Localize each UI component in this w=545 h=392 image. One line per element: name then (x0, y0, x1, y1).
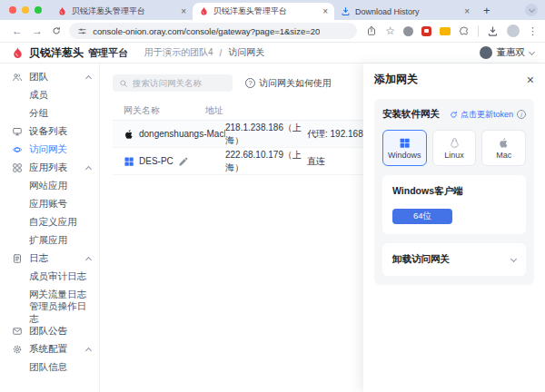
uninstall-accordion[interactable]: 卸载访问网关 (382, 243, 526, 276)
tab-close-icon[interactable]: × (181, 7, 186, 16)
sidebar-item[interactable]: 分组 (0, 104, 99, 122)
add-gateway-drawer: 添加网关 × 安装软件网关 点击更新token i Windows (363, 64, 545, 392)
forward-icon[interactable]: → (32, 25, 43, 36)
announce-icon (12, 326, 23, 337)
tab-close-icon[interactable]: × (322, 7, 328, 16)
sidebar-item[interactable]: 自定义应用 (0, 213, 99, 231)
chevron-up-icon (85, 165, 92, 172)
tab-title: Download History (355, 7, 461, 16)
sidebar-item[interactable]: 应用账号 (0, 195, 99, 213)
sidebar-item[interactable]: 扩展应用 (0, 231, 99, 250)
info-circle-icon[interactable]: i (517, 110, 526, 119)
os-option-label: Linux (444, 151, 464, 160)
client-download-card: Windows客户端 64位 (382, 175, 526, 234)
gateway-search[interactable] (113, 74, 233, 92)
platform-label: 管理平台 (88, 46, 128, 60)
sidebar-item[interactable]: 系统配置 (0, 340, 99, 358)
install-section-title: 安装软件网关 (382, 108, 440, 121)
sidebar-item[interactable]: 团队信息 (0, 358, 99, 377)
sidebar-item-label: 分组 (29, 107, 48, 120)
os-option[interactable]: Linux (432, 130, 477, 166)
back-icon[interactable]: ← (12, 25, 23, 36)
edit-pencil-icon[interactable] (178, 156, 189, 167)
gear-icon (12, 344, 23, 355)
extension-icon[interactable] (440, 27, 451, 35)
update-token-label: 点击更新token (461, 109, 513, 121)
screen: 贝锐洋葱头管理平台 × 贝锐洋葱头管理平台 × Download History… (0, 0, 545, 392)
url-text: console-onion.oray.com/console/gateway?p… (93, 26, 320, 36)
profile-avatar[interactable] (507, 24, 520, 37)
linux-icon (449, 137, 461, 149)
sidebar-item-label: 团队 (29, 71, 48, 83)
gateway-name-cell: DES-PC (124, 156, 225, 167)
os-option[interactable]: Windows (382, 130, 427, 166)
apps-icon (12, 162, 23, 173)
gateway-help-link[interactable]: ? 访问网关如何使用 (245, 77, 332, 90)
os-option[interactable]: Mac (481, 130, 526, 166)
sidebar-item[interactable]: 应用列表 (0, 159, 99, 177)
app-header: 贝锐洋葱头 管理平台 用于演示的团队4 / 访问网关 董惠双 (0, 42, 545, 64)
extension-icon[interactable] (421, 26, 431, 36)
browser-tab[interactable]: Download History × (334, 3, 476, 20)
downtray-icon (341, 6, 351, 16)
browser-tab[interactable]: 贝锐洋葱头管理平台 × (51, 3, 193, 20)
address-bar[interactable]: console-onion.oray.com/console/gateway?p… (69, 23, 357, 39)
sidebar-item-label: 团队公告 (29, 325, 67, 338)
tab-close-icon[interactable]: × (464, 7, 470, 16)
sidebar-item-label: 访问网关 (29, 143, 67, 156)
tab-title: 贝锐洋葱头管理平台 (213, 5, 319, 17)
drawer-header: 添加网关 × (374, 72, 534, 87)
log-icon (12, 253, 23, 264)
close-window-button[interactable] (9, 6, 16, 14)
reload-icon[interactable] (52, 25, 61, 36)
sidebar-item[interactable]: 管理员操作日志 (0, 304, 99, 322)
maximize-window-button[interactable] (35, 6, 42, 14)
sidebar-item-label: 成员审计日志 (29, 270, 86, 283)
sidebar-item-label: 应用列表 (29, 162, 67, 174)
browser-tab[interactable]: 贝锐洋葱头管理平台 × (193, 3, 334, 20)
column-header: 网关名称 (124, 104, 205, 117)
sidebar-item-label: 扩展应用 (29, 234, 67, 247)
downloads-icon[interactable] (487, 25, 499, 37)
apple-icon (124, 129, 134, 140)
user-name: 董惠双 (497, 46, 526, 59)
brand-name[interactable]: 贝锐洋葱头 (29, 45, 84, 61)
site-settings-icon[interactable] (77, 26, 87, 36)
sidebar-item[interactable]: 网站应用 (0, 177, 99, 195)
sidebar-item[interactable]: 团队 (0, 68, 99, 86)
app-body: 团队 成员 分组 设备列表 访问网关 (0, 64, 545, 392)
uninstall-title: 卸载访问网关 (392, 253, 450, 266)
download-64bit-button[interactable]: 64位 (392, 209, 452, 224)
minimize-window-button[interactable] (22, 6, 29, 14)
menu-dots-icon[interactable]: ⋮ (528, 26, 538, 36)
gateway-name: dongenshuangs-MacB... (139, 129, 225, 139)
gateway-name-cell: dongenshuangs-MacB... (124, 129, 225, 140)
close-icon[interactable]: × (527, 74, 534, 86)
onion-logo-icon[interactable] (11, 46, 25, 60)
tab-search-button[interactable] (525, 4, 538, 16)
sidebar-item[interactable]: 设备列表 (0, 122, 99, 141)
sidebar-item-label: 日志 (29, 252, 48, 265)
toolbar-actions: ☆ ⋮ (366, 24, 538, 37)
sidebar-item[interactable]: 成员 (0, 86, 99, 104)
share-icon[interactable] (366, 25, 377, 36)
user-avatar (480, 46, 492, 59)
breadcrumb: 用于演示的团队4 / 访问网关 (144, 46, 264, 59)
sidebar-item[interactable]: 成员审计日志 (0, 268, 99, 286)
browser-tab-strip: 贝锐洋葱头管理平台 × 贝锐洋葱头管理平台 × Download History… (0, 0, 545, 20)
extensions-puzzle-icon[interactable] (459, 25, 470, 36)
update-token-link[interactable]: 点击更新token (450, 109, 513, 121)
sidebar-item[interactable]: 日志 (0, 250, 99, 268)
sidebar-item[interactable]: 访问网关 (0, 141, 99, 159)
windows-icon (399, 137, 411, 149)
breadcrumb-team[interactable]: 用于演示的团队4 (144, 46, 213, 59)
new-tab-button[interactable]: + (483, 4, 490, 17)
search-input[interactable] (133, 78, 226, 88)
device-icon (12, 126, 23, 137)
os-option-label: Windows (388, 151, 421, 160)
extension-icon[interactable] (403, 26, 413, 36)
bookmark-star-icon[interactable]: ☆ (385, 25, 395, 36)
os-selector: Windows Linux Mac (382, 130, 526, 166)
gateway-name: DES-PC (139, 156, 173, 166)
user-menu[interactable]: 董惠双 (480, 46, 535, 59)
